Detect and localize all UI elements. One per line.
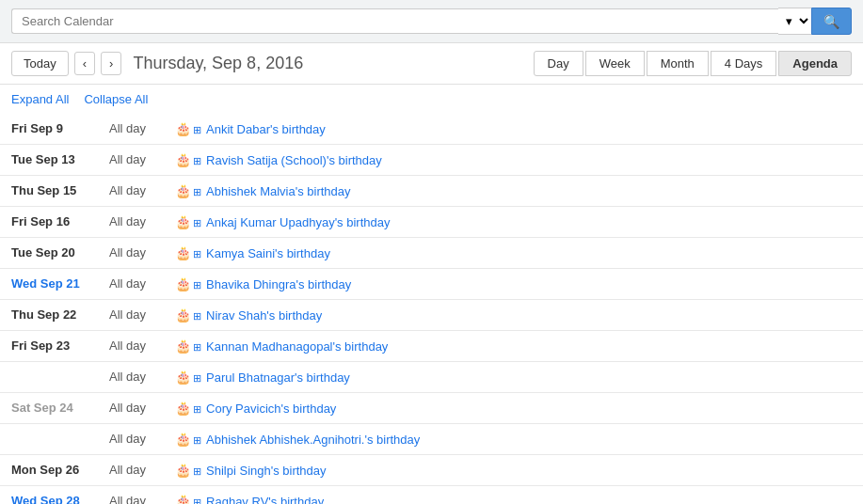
table-row: Thu Sep 15All day🎂⊞ Abhishek Malvia's bi… bbox=[0, 176, 863, 207]
cake-icon: 🎂 bbox=[175, 494, 191, 504]
agenda-table: Fri Sep 9All day🎂⊞ Ankit Dabar's birthda… bbox=[0, 114, 863, 504]
event-link[interactable]: Kannan Madhanagopal's birthday bbox=[206, 339, 388, 354]
next-button[interactable]: › bbox=[101, 52, 121, 75]
cake-icon: 🎂 bbox=[175, 183, 191, 198]
event-link[interactable]: Raghav RV's birthday bbox=[206, 495, 324, 504]
expand-event-icon[interactable]: ⊞ bbox=[193, 341, 204, 353]
cake-icon: 🎂 bbox=[175, 276, 191, 291]
event-link[interactable]: Abhishek Malvia's birthday bbox=[206, 184, 351, 198]
allday-cell: All day bbox=[104, 424, 169, 455]
view-tabs: Day Week Month 4 Days Agenda bbox=[534, 51, 852, 76]
allday-cell: All day bbox=[104, 145, 169, 176]
expand-event-icon[interactable]: ⊞ bbox=[193, 155, 204, 166]
table-row: Mon Sep 26All day🎂⊞ Shilpi Singh's birth… bbox=[0, 455, 863, 486]
event-link[interactable]: Bhavika Dhingra's birthday bbox=[206, 277, 351, 291]
event-link[interactable]: Ravish Satija (School)'s birthday bbox=[206, 153, 382, 167]
tab-4days[interactable]: 4 Days bbox=[711, 51, 776, 76]
table-row: Sat Sep 24All day🎂⊞ Cory Pavicich's birt… bbox=[0, 393, 863, 424]
event-cell: 🎂⊞ Ravish Satija (School)'s birthday bbox=[169, 145, 863, 176]
event-link[interactable]: Ankit Dabar's birthday bbox=[206, 122, 326, 136]
collapse-all-link[interactable]: Collapse All bbox=[84, 92, 148, 106]
expand-collapse-row: Expand All Collapse All bbox=[0, 85, 863, 114]
expand-event-icon[interactable]: ⊞ bbox=[193, 279, 204, 291]
event-link[interactable]: Ankaj Kumar Upadhyay's birthday bbox=[206, 215, 390, 229]
event-cell: 🎂⊞ Kamya Saini's birthday bbox=[169, 238, 863, 269]
date-cell: Mon Sep 26 bbox=[0, 455, 104, 486]
date-cell: Fri Sep 23 bbox=[0, 331, 104, 362]
expand-event-icon[interactable]: ⊞ bbox=[193, 372, 204, 384]
tab-day[interactable]: Day bbox=[534, 51, 583, 76]
allday-cell: All day bbox=[104, 114, 169, 145]
event-cell: 🎂⊞ Parul Bhatnagar's birthday bbox=[169, 362, 863, 393]
allday-cell: All day bbox=[104, 300, 169, 331]
table-row: Tue Sep 13All day🎂⊞ Ravish Satija (Schoo… bbox=[0, 145, 863, 176]
allday-cell: All day bbox=[104, 238, 169, 269]
expand-event-icon[interactable]: ⊞ bbox=[193, 403, 204, 415]
event-cell: 🎂⊞ Abhishek Malvia's birthday bbox=[169, 176, 863, 207]
expand-event-icon[interactable]: ⊞ bbox=[193, 496, 204, 504]
cake-icon: 🎂 bbox=[175, 214, 191, 229]
event-link[interactable]: Nirav Shah's birthday bbox=[206, 308, 322, 323]
event-link[interactable]: Kamya Saini's birthday bbox=[206, 246, 330, 260]
today-button[interactable]: Today bbox=[11, 51, 69, 76]
allday-cell: All day bbox=[104, 331, 169, 362]
event-cell: 🎂⊞ Shilpi Singh's birthday bbox=[169, 455, 863, 486]
table-row: Wed Sep 21All day🎂⊞ Bhavika Dhingra's bi… bbox=[0, 269, 863, 300]
event-cell: 🎂⊞ Ankaj Kumar Upadhyay's birthday bbox=[169, 207, 863, 238]
allday-cell: All day bbox=[104, 486, 169, 505]
cake-icon: 🎂 bbox=[175, 463, 191, 478]
cake-icon: 🎂 bbox=[175, 401, 191, 416]
date-cell: Tue Sep 20 bbox=[0, 238, 104, 269]
event-link[interactable]: Shilpi Singh's birthday bbox=[206, 464, 327, 478]
table-row: Fri Sep 16All day🎂⊞ Ankaj Kumar Upadhyay… bbox=[0, 207, 863, 238]
allday-cell: All day bbox=[104, 269, 169, 300]
search-dropdown[interactable]: ▾ bbox=[778, 8, 811, 35]
table-row: Fri Sep 9All day🎂⊞ Ankit Dabar's birthda… bbox=[0, 114, 863, 145]
date-cell: Wed Sep 21 bbox=[0, 269, 104, 300]
event-cell: 🎂⊞ Cory Pavicich's birthday bbox=[169, 393, 863, 424]
event-cell: 🎂⊞ Nirav Shah's birthday bbox=[169, 300, 863, 331]
expand-event-icon[interactable]: ⊞ bbox=[193, 310, 204, 322]
search-input[interactable] bbox=[11, 8, 778, 34]
cake-icon: 🎂 bbox=[175, 245, 191, 260]
allday-cell: All day bbox=[104, 176, 169, 207]
tab-week[interactable]: Week bbox=[585, 51, 645, 76]
tab-agenda[interactable]: Agenda bbox=[778, 51, 852, 76]
cake-icon: 🎂 bbox=[175, 307, 191, 323]
tab-month[interactable]: Month bbox=[647, 51, 709, 76]
expand-event-icon[interactable]: ⊞ bbox=[193, 465, 204, 477]
cake-icon: 🎂 bbox=[175, 339, 191, 354]
event-link[interactable]: Parul Bhatnagar's birthday bbox=[206, 370, 350, 385]
expand-event-icon[interactable]: ⊞ bbox=[193, 434, 204, 446]
expand-event-icon[interactable]: ⊞ bbox=[193, 124, 204, 135]
event-link[interactable]: Cory Pavicich's birthday bbox=[206, 402, 336, 416]
table-row: Wed Sep 28All day🎂⊞ Raghav RV's birthday bbox=[0, 486, 863, 505]
expand-event-icon[interactable]: ⊞ bbox=[193, 186, 204, 197]
table-row: All day🎂⊞ Parul Bhatnagar's birthday bbox=[0, 362, 863, 393]
event-cell: 🎂⊞ Ankit Dabar's birthday bbox=[169, 114, 863, 145]
search-icon: 🔍 bbox=[823, 14, 839, 29]
table-row: Thu Sep 22All day🎂⊞ Nirav Shah's birthda… bbox=[0, 300, 863, 331]
expand-event-icon[interactable]: ⊞ bbox=[193, 217, 204, 228]
date-cell bbox=[0, 424, 104, 455]
event-cell: 🎂⊞ Kannan Madhanagopal's birthday bbox=[169, 331, 863, 362]
date-cell: Wed Sep 28 bbox=[0, 486, 104, 505]
event-cell: 🎂⊞ Raghav RV's birthday bbox=[169, 486, 863, 505]
date-cell: Thu Sep 22 bbox=[0, 300, 104, 331]
date-cell: Fri Sep 9 bbox=[0, 114, 104, 145]
expand-event-icon[interactable]: ⊞ bbox=[193, 248, 204, 260]
prev-button[interactable]: ‹ bbox=[74, 52, 95, 75]
event-link[interactable]: Abhishek Abhishek.Agnihotri.'s birthday bbox=[206, 433, 420, 447]
expand-all-link[interactable]: Expand All bbox=[11, 92, 69, 106]
date-cell: Thu Sep 15 bbox=[0, 176, 104, 207]
date-cell bbox=[0, 362, 104, 393]
cake-icon: 🎂 bbox=[175, 370, 191, 385]
table-row: All day🎂⊞ Abhishek Abhishek.Agnihotri.'s… bbox=[0, 424, 863, 455]
cake-icon: 🎂 bbox=[175, 432, 191, 447]
date-cell: Sat Sep 24 bbox=[0, 393, 104, 424]
allday-cell: All day bbox=[104, 455, 169, 486]
date-cell: Tue Sep 13 bbox=[0, 145, 104, 176]
cake-icon: 🎂 bbox=[175, 152, 191, 167]
allday-cell: All day bbox=[104, 362, 169, 393]
search-button[interactable]: 🔍 bbox=[811, 8, 852, 35]
